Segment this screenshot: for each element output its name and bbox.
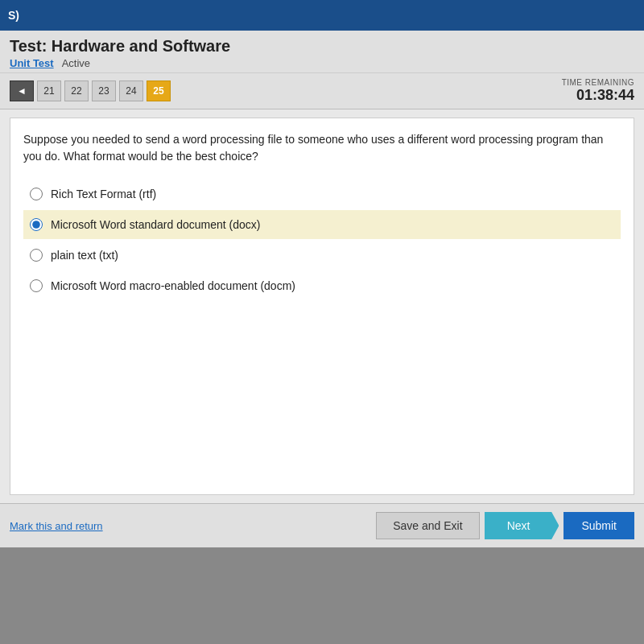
top-bar-text: S) bbox=[8, 9, 19, 22]
answer-option-1[interactable]: Rich Text Format (rtf) bbox=[23, 180, 621, 208]
unit-test-row: Unit Test Active bbox=[10, 57, 634, 69]
nav-page-21[interactable]: 21 bbox=[37, 80, 61, 101]
main-area: Test: Hardware and Software Unit Test Ac… bbox=[0, 31, 644, 547]
nav-page-24[interactable]: 24 bbox=[119, 80, 143, 101]
time-label: TIME REMAINING bbox=[562, 78, 634, 87]
answer-label-2: Microsoft Word standard document (docx) bbox=[51, 218, 260, 231]
answer-option-4[interactable]: Microsoft Word macro-enabled document (d… bbox=[23, 271, 621, 300]
time-value: 01:38:44 bbox=[562, 87, 634, 104]
active-label: Active bbox=[62, 57, 90, 69]
answer-option-2[interactable]: Microsoft Word standard document (docx) bbox=[23, 210, 621, 239]
radio-opt3[interactable] bbox=[30, 249, 43, 262]
bottom-gray-area bbox=[0, 547, 644, 644]
nav-page-23[interactable]: 23 bbox=[92, 80, 116, 101]
submit-button[interactable]: Submit bbox=[564, 512, 634, 539]
nav-row: ◄ 21 22 23 24 25 TIME REMAINING 01:38:44 bbox=[0, 73, 644, 109]
nav-arrow-button[interactable]: ◄ bbox=[10, 80, 34, 101]
answer-label-1: Rich Text Format (rtf) bbox=[51, 188, 156, 200]
question-area: Suppose you needed to send a word proces… bbox=[10, 118, 634, 495]
radio-opt4[interactable] bbox=[30, 279, 43, 292]
time-remaining: TIME REMAINING 01:38:44 bbox=[562, 78, 634, 104]
nav-page-25[interactable]: 25 bbox=[147, 80, 171, 101]
answer-label-4: Microsoft Word macro-enabled document (d… bbox=[51, 279, 295, 292]
nav-left: ◄ 21 22 23 24 25 bbox=[10, 80, 171, 101]
top-bar: S) bbox=[0, 0, 644, 31]
next-button[interactable]: Next bbox=[485, 512, 559, 539]
mark-return-link[interactable]: Mark this and return bbox=[10, 520, 103, 532]
question-text: Suppose you needed to send a word proces… bbox=[23, 131, 621, 165]
test-title: Test: Hardware and Software bbox=[10, 37, 634, 56]
bottom-row: Mark this and return Save and Exit Next … bbox=[0, 503, 644, 547]
save-exit-button[interactable]: Save and Exit bbox=[376, 512, 479, 539]
answer-option-3[interactable]: plain text (txt) bbox=[23, 241, 621, 270]
answer-label-3: plain text (txt) bbox=[51, 249, 118, 262]
radio-opt2[interactable] bbox=[30, 218, 43, 231]
unit-test-link[interactable]: Unit Test bbox=[10, 57, 54, 69]
action-buttons: Save and Exit Next Submit bbox=[376, 512, 634, 539]
header-section: Test: Hardware and Software Unit Test Ac… bbox=[0, 31, 644, 73]
radio-opt1[interactable] bbox=[30, 188, 43, 200]
nav-page-22[interactable]: 22 bbox=[64, 80, 89, 101]
